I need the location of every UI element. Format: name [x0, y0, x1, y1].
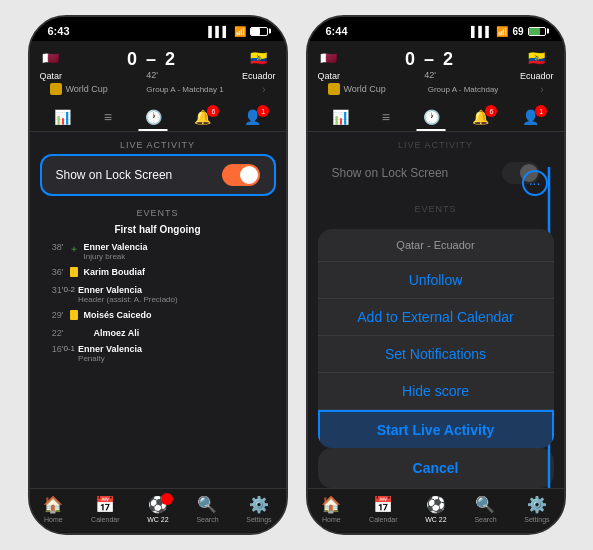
more-button-container[interactable]: ··· [522, 170, 548, 196]
world-cup-row-p2: World Cup Group A - Matchday › [318, 81, 554, 97]
menu-set-notifications[interactable]: Set Notifications [318, 336, 554, 373]
nav-settings-label: Settings [246, 516, 271, 523]
status-icons-2: ▌▌▌ 📶 69 [471, 26, 545, 37]
team2-name: Ecuador [242, 71, 276, 81]
phone-1: 6:43 ▌▌▌ 📶 🇶🇦 Qatar 0 – 2 42' 🇪🇨 Ecuador [28, 15, 288, 535]
live-activity-title: LIVE ACTIVITY [30, 132, 286, 154]
score-block: 0 – 2 42' [127, 49, 177, 80]
event-4-name: Moisés Caicedo [84, 310, 276, 320]
world-cup-row: World Cup Group A - Matchday 1 › [40, 81, 276, 97]
team1-p2: 🇶🇦 Qatar [318, 47, 341, 81]
event-4-detail: Moisés Caicedo [84, 310, 276, 320]
menu-start-live-activity[interactable]: Start Live Activity [318, 410, 554, 448]
nav-wc-p2[interactable]: ⚽ WC 22 [425, 495, 446, 523]
event-6: 16' 0-1 Enner Valencia Penalty [30, 341, 286, 366]
nav-wc[interactable]: ⚽ WC 22 [147, 495, 168, 523]
team1-flag: 🇶🇦 [40, 47, 62, 69]
nav-settings[interactable]: ⚙️ Settings [246, 495, 271, 523]
score: 0 – 2 [127, 49, 177, 70]
yellow-card-1 [70, 267, 78, 277]
score-p2: 0 – 2 [405, 49, 455, 70]
content-1: LIVE ACTIVITY Show on Lock Screen EVENTS… [30, 132, 286, 488]
event-3-minute: 31' [40, 285, 64, 295]
tab-clock[interactable]: 🕐 [139, 107, 168, 127]
status-bar-1: 6:43 ▌▌▌ 📶 [30, 17, 286, 41]
search-icon-p2: 🔍 [475, 495, 495, 514]
nav-search-p2[interactable]: 🔍 Search [474, 495, 496, 523]
tab-list[interactable]: ≡ [98, 107, 118, 127]
wc-icon [50, 83, 62, 95]
nav-search-label-p2: Search [474, 516, 496, 523]
search-icon: 🔍 [197, 495, 217, 514]
tab-alert-p2[interactable]: 🔔 6 [466, 107, 495, 127]
events-title-p2: EVENTS [308, 200, 564, 218]
status-bar-2: 6:44 ▌▌▌ 📶 69 [308, 17, 564, 41]
event-3-name: Enner Valencia [78, 285, 275, 295]
chevron-right-icon-p2: › [540, 84, 543, 95]
team2-p2: 🇪🇨 Ecuador [520, 47, 554, 81]
tab-person[interactable]: 👤 1 [238, 107, 267, 127]
nav-calendar-p2[interactable]: 📅 Calendar [369, 495, 397, 523]
time-1: 6:43 [48, 25, 70, 37]
app-tabs-1: 📊 ≡ 🕐 🔔 6 👤 1 [30, 103, 286, 132]
event-6-score: 0-1 [64, 344, 76, 353]
chevron-right-icon: › [262, 84, 265, 95]
tab-bar-chart-p2[interactable]: 📊 [326, 107, 355, 127]
score-block-p2: 0 – 2 42' [405, 49, 455, 80]
app-tabs-2: 📊 ≡ 🕐 🔔 6 👤 1 [308, 103, 564, 132]
tab-clock-p2[interactable]: 🕐 [417, 107, 446, 127]
event-1-detail: Enner Valencia Injury break [84, 242, 276, 261]
alert-badge: 6 [207, 105, 219, 117]
team1-flag-p2: 🇶🇦 [318, 47, 340, 69]
live-activity-title-p2: LIVE ACTIVITY [308, 132, 564, 154]
event-4: 29' Moisés Caicedo [30, 307, 286, 325]
tab-bar-chart[interactable]: 📊 [48, 107, 77, 127]
menu-unfollow[interactable]: Unfollow [318, 262, 554, 299]
nav-settings-p2[interactable]: ⚙️ Settings [524, 495, 549, 523]
first-half-label: First half Ongoing [30, 222, 286, 239]
events-title: EVENTS [30, 204, 286, 222]
wifi-icon-2: 📶 [496, 26, 508, 37]
world-cup-label-p2: World Cup [344, 84, 386, 94]
wc-left-p2: World Cup [328, 83, 386, 95]
nav-home[interactable]: 🏠 Home [43, 495, 63, 523]
event-6-detail: Enner Valencia Penalty [78, 344, 275, 363]
event-2-icon [67, 267, 81, 279]
event-1-desc: Injury break [84, 252, 276, 261]
settings-icon: ⚙️ [249, 495, 269, 514]
wifi-icon: 📶 [234, 26, 246, 37]
nav-search[interactable]: 🔍 Search [196, 495, 218, 523]
event-5-minute: 22' [40, 328, 64, 338]
match-time-p2: 42' [405, 70, 455, 80]
tab-alert[interactable]: 🔔 6 [188, 107, 217, 127]
event-2: 36' Karim Boudiaf [30, 264, 286, 282]
match-header-1: 🇶🇦 Qatar 0 – 2 42' 🇪🇨 Ecuador World Cup … [30, 41, 286, 103]
battery-icon-2 [528, 27, 546, 36]
menu-header: Qatar - Ecuador [318, 229, 554, 262]
nav-home-p2[interactable]: 🏠 Home [321, 495, 341, 523]
cancel-button[interactable]: Cancel [318, 448, 554, 488]
alert-badge-p2: 6 [485, 105, 497, 117]
menu-hide-score[interactable]: Hide score [318, 373, 554, 410]
more-button[interactable]: ··· [522, 170, 548, 196]
tab-list-p2[interactable]: ≡ [376, 107, 396, 127]
menu-add-calendar[interactable]: Add to External Calendar [318, 299, 554, 336]
event-3: 31' 0-2 Enner Valencia Header (assist: A… [30, 282, 286, 307]
team2-flag: 🇪🇨 [248, 47, 270, 69]
event-2-detail: Karim Boudiaf [84, 267, 276, 277]
time-2: 6:44 [326, 25, 348, 37]
event-6-minute: 16' [40, 344, 64, 354]
nav-settings-label-p2: Settings [524, 516, 549, 523]
event-4-minute: 29' [40, 310, 64, 320]
settings-icon-p2: ⚙️ [527, 495, 547, 514]
calendar-icon-p2: 📅 [373, 495, 393, 514]
content-2: LIVE ACTIVITY Show on Lock Screen EVENTS… [308, 132, 564, 488]
tab-person-p2[interactable]: 👤 1 [516, 107, 545, 127]
team1: 🇶🇦 Qatar [40, 47, 63, 81]
match-header-2: 🇶🇦 Qatar 0 – 2 42' 🇪🇨 Ecuador World Cup … [308, 41, 564, 103]
person-badge-p2: 1 [535, 105, 547, 117]
nav-calendar[interactable]: 📅 Calendar [91, 495, 119, 523]
lock-screen-toggle[interactable] [222, 164, 260, 186]
show-lock-screen-row[interactable]: Show on Lock Screen [40, 154, 276, 196]
signal-icon: ▌▌▌ [208, 26, 229, 37]
